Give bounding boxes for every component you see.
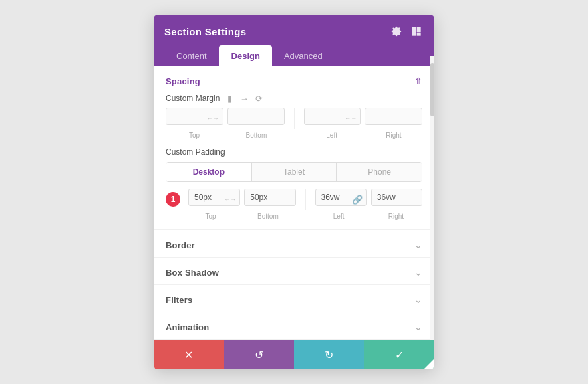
animation-section-header[interactable]: Animation ⌄ (154, 312, 434, 339)
panel-body: Spacing ⇧ Custom Margin ▮ → ⟳ ←→ (154, 66, 434, 340)
custom-margin-label: Custom Margin (166, 94, 220, 103)
device-tab-tablet[interactable]: Tablet (252, 163, 337, 181)
margin-top-input[interactable] (166, 108, 223, 125)
padding-top-label: Top (184, 213, 237, 220)
custom-padding-label: Custom Padding (166, 147, 422, 157)
margin-left-half: ←→ (304, 108, 361, 129)
box-shadow-chevron-icon: ⌄ (414, 267, 422, 278)
filters-section-header[interactable]: Filters ⌄ (154, 285, 434, 312)
padding-labels: Top Bottom Left Right (166, 211, 422, 220)
border-section-header[interactable]: Border ⌄ (154, 230, 434, 257)
reset-margin-icon[interactable]: ⟳ (253, 93, 264, 104)
spacing-chevron-icon: ⇧ (414, 76, 422, 86)
margin-bottom-label: Bottom (227, 132, 285, 139)
settings-panel: Section Settings Content Design Advanced… (154, 15, 434, 369)
padding-left-half: 🔗 (315, 189, 367, 210)
save-button[interactable]: ✓ (364, 340, 434, 369)
margin-labels: Top Bottom Left Right (166, 130, 422, 139)
margin-right-half (365, 108, 422, 129)
margin-bottom-half (227, 108, 285, 129)
padding-top-input[interactable] (188, 189, 240, 206)
reset-button[interactable]: ↺ (224, 340, 294, 369)
badge-number: 1 (166, 192, 180, 207)
margin-inputs: ←→ ←→ (166, 108, 422, 129)
scrollbar-thumb[interactable] (430, 63, 434, 116)
svg-rect-3 (417, 33, 420, 35)
padding-left-input[interactable] (315, 189, 367, 206)
padding-right-label: Right (370, 213, 422, 220)
panel-footer: ✕ ↺ ↻ ✓ (154, 340, 434, 369)
margin-bottom-input[interactable] (227, 108, 285, 125)
spacing-content: Custom Margin ▮ → ⟳ ←→ (154, 93, 434, 229)
box-shadow-section-header[interactable]: Box Shadow ⌄ (154, 258, 434, 284)
margin-divider (294, 108, 295, 129)
border-section: Border ⌄ (154, 230, 434, 258)
margin-left-label: Left (303, 132, 361, 139)
scrollbar-track[interactable] (430, 56, 434, 340)
redo-button[interactable]: ↻ (294, 340, 364, 369)
box-shadow-section: Box Shadow ⌄ (154, 258, 434, 285)
spacing-section: Spacing ⇧ Custom Margin ▮ → ⟳ ←→ (154, 66, 434, 230)
device-tab-phone[interactable]: Phone (337, 163, 422, 181)
svg-rect-1 (412, 27, 416, 35)
panel-header: Section Settings Content Design Advanced (154, 15, 434, 66)
custom-margin-row: Custom Margin ▮ → ⟳ (166, 93, 422, 104)
tab-design[interactable]: Design (219, 45, 272, 66)
panel-icon-group (389, 24, 424, 39)
filters-section: Filters ⌄ (154, 285, 434, 312)
filters-chevron-icon: ⌄ (414, 294, 422, 305)
padding-bottom-label: Bottom (241, 213, 294, 220)
border-title: Border (166, 240, 195, 250)
unlink-icon[interactable]: → (239, 93, 249, 104)
cancel-button[interactable]: ✕ (154, 340, 224, 369)
tab-advanced[interactable]: Advanced (272, 45, 335, 66)
animation-chevron-icon: ⌄ (414, 322, 422, 332)
padding-right-half (371, 189, 422, 210)
settings-icon[interactable] (389, 24, 404, 39)
padding-top-half: ←→ (188, 189, 240, 210)
margin-left-input[interactable] (304, 108, 361, 125)
padding-bottom-input[interactable] (244, 189, 295, 206)
device-tab-desktop[interactable]: Desktop (166, 163, 252, 181)
margin-right-label: Right (365, 132, 422, 139)
padding-right-input[interactable] (371, 189, 422, 206)
padding-left-label: Left (313, 213, 365, 220)
svg-rect-2 (417, 27, 420, 32)
margin-top-half: ←→ (166, 108, 223, 129)
box-shadow-title: Box Shadow (166, 268, 219, 278)
filters-title: Filters (166, 295, 192, 305)
device-tab-group: Desktop Tablet Phone (166, 162, 422, 182)
padding-divider (305, 189, 306, 210)
panel-title: Section Settings (164, 26, 246, 37)
margin-right-input[interactable] (365, 108, 422, 125)
animation-section: Animation ⌄ (154, 312, 434, 340)
layout-icon[interactable] (409, 24, 424, 39)
spacing-title: Spacing (166, 76, 200, 86)
spacing-section-header[interactable]: Spacing ⇧ (154, 66, 434, 93)
linked-icon[interactable]: ▮ (224, 93, 235, 104)
tab-content[interactable]: Content (164, 45, 219, 66)
animation-title: Animation (166, 322, 209, 332)
border-chevron-icon: ⌄ (414, 239, 422, 250)
padding-bottom-half (244, 189, 295, 210)
tab-group: Content Design Advanced (164, 45, 424, 66)
margin-top-label: Top (166, 132, 223, 139)
